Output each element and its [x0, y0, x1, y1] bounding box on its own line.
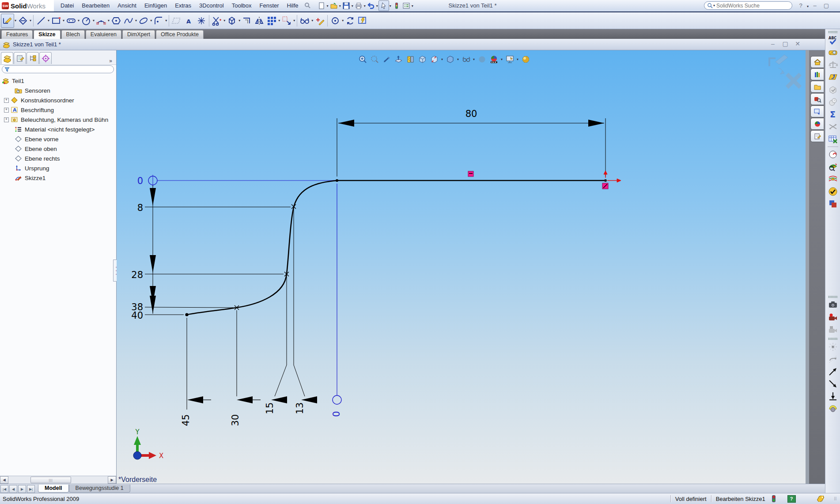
- search-dropdown-icon[interactable]: ▾: [713, 4, 715, 8]
- panel-overflow-chevron[interactable]: »: [109, 58, 115, 64]
- new-document-icon[interactable]: [317, 1, 326, 11]
- check-document-icon[interactable]: [827, 83, 839, 96]
- select-tool-icon[interactable]: [378, 0, 389, 11]
- resize-grip[interactable]: ⠿: [834, 496, 837, 501]
- display-relations-icon[interactable]: [299, 14, 311, 27]
- dimxpertmanager-tab-icon[interactable]: [39, 52, 52, 64]
- menu-bearbeiten[interactable]: Bearbeiten: [78, 0, 114, 11]
- dim-x-30[interactable]: 30: [230, 414, 241, 426]
- search-appearance-icon[interactable]: [827, 161, 839, 173]
- tab-scroll-first-icon[interactable]: |◀: [0, 485, 8, 493]
- measure-icon[interactable]: [827, 46, 839, 59]
- mass-properties-icon[interactable]: [827, 59, 839, 71]
- rotate-component-icon[interactable]: [827, 353, 839, 365]
- undo-icon[interactable]: [366, 1, 376, 11]
- dim-x-45[interactable]: 45: [181, 414, 191, 426]
- tab-office-produkte[interactable]: Office Produkte: [156, 30, 204, 39]
- minimize-button[interactable]: –: [809, 0, 821, 11]
- trim-entities-icon[interactable]: [211, 14, 223, 27]
- menu-ansicht[interactable]: Ansicht: [114, 0, 140, 11]
- tree-filter-box[interactable]: [2, 65, 114, 73]
- quick-snaps-icon[interactable]: [329, 14, 341, 27]
- tab-evaluieren[interactable]: Evaluieren: [86, 30, 121, 39]
- sketch-spline[interactable]: [187, 181, 337, 315]
- sketch-tool-icon[interactable]: [1, 14, 14, 28]
- text-tool-icon[interactable]: A: [183, 14, 195, 27]
- menu-einfuegen[interactable]: Einfügen: [140, 0, 171, 11]
- tree-item-material[interactable]: Material <nicht festgelegt>: [0, 124, 116, 134]
- no-solve-move-icon[interactable]: [344, 14, 356, 27]
- panel-horizontal-scrollbar[interactable]: ◀ ||| ▶: [0, 476, 116, 484]
- toolbar-grip[interactable]: [828, 31, 838, 33]
- help-button[interactable]: ?: [795, 0, 806, 11]
- doc-maximize-button[interactable]: ▢: [781, 40, 790, 47]
- scrollbar-thumb[interactable]: |||: [30, 477, 71, 483]
- tree-item-konstruktionsordner[interactable]: + Konstruktionsordner: [0, 95, 116, 105]
- tree-item-ebene-rechts[interactable]: Ebene rechts: [0, 154, 116, 163]
- point-tool-icon[interactable]: [195, 14, 208, 27]
- line-tool-icon[interactable]: [35, 14, 47, 27]
- arc-tool-icon[interactable]: [95, 14, 107, 27]
- dim-x-13[interactable]: 13: [295, 402, 305, 414]
- handle-knob-icon[interactable]: [827, 402, 839, 415]
- origin-marker-bottom[interactable]: [333, 395, 341, 404]
- tree-item-sensoren[interactable]: Sensoren: [0, 86, 116, 95]
- menu-extras[interactable]: Extras: [171, 0, 195, 11]
- plane-tool-icon[interactable]: [170, 14, 183, 27]
- offset-entities-icon[interactable]: [241, 14, 253, 27]
- custom-properties-icon[interactable]: [810, 130, 824, 142]
- ellipse-tool-icon[interactable]: [137, 14, 150, 27]
- dim-y-28[interactable]: 28: [131, 270, 143, 280]
- search-input[interactable]: [715, 2, 789, 9]
- menu-datei[interactable]: Datei: [57, 0, 78, 11]
- rectangle-tool-icon[interactable]: [50, 14, 62, 27]
- design-checker-icon[interactable]: [827, 185, 839, 198]
- slot-tool-icon[interactable]: [65, 14, 77, 27]
- circle-tool-icon[interactable]: [80, 14, 92, 27]
- menu-3dcontrol[interactable]: 3Dcontrol: [195, 0, 228, 11]
- move-up-right-icon[interactable]: [827, 365, 839, 378]
- section-properties-icon[interactable]: [827, 71, 839, 83]
- expand-icon[interactable]: +: [4, 108, 9, 113]
- deviation-analysis-icon[interactable]: [827, 120, 839, 133]
- configurationmanager-tab-icon[interactable]: [26, 52, 39, 64]
- rebuild-icon[interactable]: [392, 1, 401, 11]
- tree-item-beleuchtung[interactable]: + Beleuchtung, Kameras und Bühn: [0, 115, 116, 124]
- search-box[interactable]: ▾: [704, 1, 792, 10]
- move-entities-icon[interactable]: [280, 14, 293, 27]
- selected-endpoint-marker[interactable]: [602, 183, 608, 189]
- design-library-icon[interactable]: [810, 68, 824, 80]
- tree-item-teil1[interactable]: Teil1: [0, 76, 116, 86]
- expand-icon[interactable]: +: [4, 98, 9, 103]
- save-icon[interactable]: [341, 1, 351, 11]
- solidworks-search-icon[interactable]: [810, 93, 824, 105]
- dim-y-origin[interactable]: 0: [137, 176, 143, 186]
- tab-bewegungsstudie[interactable]: Bewegungsstudie 1: [69, 485, 130, 493]
- sketch-fillet-icon[interactable]: [152, 14, 165, 27]
- help-dropdown-icon[interactable]: ▾: [807, 4, 809, 8]
- tab-scroll-last-icon[interactable]: ▶|: [27, 485, 35, 493]
- scroll-right-button[interactable]: ▶: [108, 476, 116, 484]
- add-relation-icon[interactable]: [314, 14, 326, 27]
- appearances-icon[interactable]: [810, 118, 824, 130]
- open-icon[interactable]: [329, 1, 339, 11]
- pushpin-icon[interactable]: [303, 1, 312, 11]
- toolbar-grip[interactable]: [828, 338, 838, 340]
- stop-video-icon[interactable]: [827, 323, 839, 336]
- maximize-button[interactable]: ▢: [821, 0, 832, 11]
- snap-to-line-icon[interactable]: [827, 390, 839, 402]
- view-palette-icon[interactable]: [810, 105, 824, 117]
- tab-scroll-prev-icon[interactable]: ◀: [9, 485, 17, 493]
- tab-blech[interactable]: Blech: [61, 30, 85, 39]
- graphics-viewport[interactable]: ▾ ▾ ▾ ▾ ▾ 0 8: [117, 50, 806, 484]
- design-table-icon[interactable]: [827, 133, 839, 145]
- scroll-left-button[interactable]: ◀: [0, 476, 8, 484]
- spline-endpoint[interactable]: [185, 313, 188, 316]
- menu-hilfe[interactable]: Hilfe: [283, 0, 303, 11]
- selected-point-marker[interactable]: [468, 171, 473, 177]
- tab-skizze[interactable]: Skizze: [34, 30, 60, 39]
- tree-item-ursprung[interactable]: Ursprung: [0, 163, 116, 173]
- dim-width-80[interactable]: 80: [465, 109, 477, 119]
- expand-icon[interactable]: +: [4, 117, 9, 122]
- mirror-entities-icon[interactable]: [253, 14, 265, 27]
